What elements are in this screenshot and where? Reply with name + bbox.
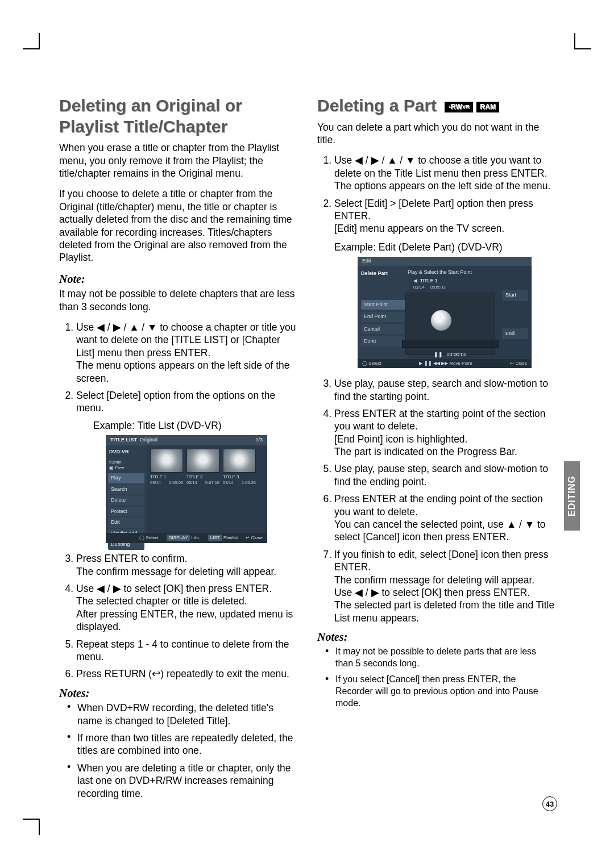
left-step-1a: Use ◀ / ▶ / ▲ / ▼ to choose a chapter or…: [76, 322, 296, 358]
right-step-7d: The selected part is deleted from the ti…: [334, 599, 555, 624]
badge-rwvr: -RWVR: [445, 102, 473, 112]
right-step-4b: [End Point] icon is highlighted.: [334, 433, 555, 445]
right-step-5: Use play, pause step, search and slow-mo…: [334, 462, 555, 488]
right-notes-heading: Notes:: [317, 630, 555, 645]
right-p1: You can delete a part which you do not w…: [317, 121, 555, 147]
left-p2: If you choose to delete a title or chapt…: [59, 187, 297, 264]
shot1-menu-play: Play: [108, 473, 144, 483]
screenshot-edit-delete-part: Edit Delete Part Start Point End Point C…: [358, 257, 532, 368]
note-text: It may not be possible to delete chapter…: [59, 287, 297, 313]
right-step-7b: The confirm message for deleting will ap…: [334, 574, 555, 586]
left-p1: When you erase a title or chapter from t…: [59, 141, 297, 180]
shot1-menu-edit: Edit: [108, 518, 144, 528]
shot1-thumb1-title: TITLE 1: [150, 474, 183, 480]
right-step-3: Use play, pause step, search and slow-mo…: [334, 377, 555, 403]
left-step-3b: The confirm message for deleting will ap…: [76, 565, 297, 578]
shot1-thumb2-date: 03/14: [186, 480, 197, 486]
shot2-clip-date: 03/14: [413, 285, 425, 290]
right-step-4: Press ENTER at the starting point of the…: [334, 407, 555, 458]
shot1-menu-protect: Protect: [108, 507, 144, 517]
left-step-5: Repeat steps 1 - 4 to continue to delete…: [76, 638, 297, 663]
left-step-1b: The menu options appears on the left sid…: [76, 359, 297, 385]
shot2-cancel: Cancel: [361, 324, 405, 335]
right-step-1b: The options appears on the left side of …: [334, 180, 555, 192]
left-step-2: Select [Delete] option from the options …: [76, 389, 297, 543]
shot2-progress-bar: [402, 340, 499, 348]
left-step-2-text: Select [Delete] option from the options …: [76, 390, 275, 414]
left-heading: Deleting an Original or Playlist Title/C…: [59, 95, 297, 137]
shot1-thumb2-title: TITLE 2: [186, 474, 219, 480]
shot2-start-btn: Start: [502, 290, 528, 301]
shot2-clip-title: TITLE 1: [420, 278, 438, 283]
shot1-bottom-playlist: Playlist: [223, 535, 238, 540]
right-steps: Use ◀ / ▶ / ▲ / ▼ to choose a title you …: [317, 154, 555, 624]
section-tab-label: EDITING: [567, 475, 577, 516]
shot2-clip-len: 0:05:03: [430, 285, 446, 290]
shot1-thumb-3: TITLE 3 03/141:00:26: [223, 449, 256, 529]
left-column: Deleting an Original or Playlist Title/C…: [59, 95, 297, 806]
right-note-1: It may not be possible to delete parts t…: [327, 646, 555, 670]
shot1-free: Free: [115, 465, 124, 470]
left-step-1: Use ◀ / ▶ / ▲ / ▼ to choose a chapter or…: [76, 321, 297, 385]
right-step-6: Press ENTER at the ending point of the s…: [334, 493, 555, 544]
shot1-thumb1-len: 0:05:03: [169, 480, 183, 486]
shot1-bottom-list-chip: LIST: [208, 535, 222, 541]
shot1-bottom-info: Info.: [191, 535, 200, 540]
shot1-bottom-display-chip: DISPLAY: [167, 535, 190, 541]
right-step-1: Use ◀ / ▶ / ▲ / ▼ to choose a title you …: [334, 154, 555, 192]
right-step-2b: [Edit] menu appears on the TV screen.: [334, 222, 555, 235]
shot1-thumb3-title: TITLE 3: [223, 474, 256, 480]
left-step-4a: Use ◀ / ▶ to select [OK] then press ENTE…: [76, 583, 272, 594]
shot1-thumb-1: TITLE 1 03/140:05:03: [150, 449, 183, 529]
page-number: 43: [542, 796, 557, 811]
shot2-title: Edit: [362, 258, 371, 265]
right-step-7: If you finish to edit, select [Done] ico…: [334, 548, 555, 624]
left-step-4c: After pressing ENTER, the new, updated m…: [76, 608, 297, 633]
right-note-2: If you select [Cancel] then press ENTER,…: [327, 674, 555, 709]
right-step-1a: Use ◀ / ▶ / ▲ / ▼ to choose a title you …: [334, 155, 547, 178]
note-heading: Note:: [59, 272, 297, 287]
shot1-thumb3-len: 1:00:26: [242, 480, 256, 486]
left-notes-list: When DVD+RW recording, the deleted title…: [59, 702, 297, 800]
shot1-pager: 1/3: [255, 437, 263, 444]
left-note-3: When you are deleting a title or chapter…: [69, 762, 297, 800]
shot2-preview-icon: [431, 310, 451, 331]
right-step-2: Select [Edit] > [Delete Part] option the…: [334, 197, 555, 369]
right-notes-list: It may not be possible to delete parts t…: [317, 646, 555, 710]
shot1-menu-search: Search: [108, 485, 144, 495]
left-note-1: When DVD+RW recording, the deleted title…: [69, 702, 297, 727]
right-step-7c: Use ◀ / ▶ to select [OK] then press ENTE…: [334, 586, 555, 599]
left-steps: Use ◀ / ▶ / ▲ / ▼ to choose a chapter or…: [59, 321, 297, 681]
right-step-4c: The part is indicated on the Progress Ba…: [334, 445, 555, 458]
right-step-4a: Press ENTER at the starting point of the…: [334, 408, 546, 432]
shot1-bottom-close: Close: [251, 535, 263, 540]
shot1-title: TITLE LIST: [110, 437, 137, 443]
shot1-thumb1-date: 03/14: [150, 480, 161, 486]
left-step-6: Press RETURN (↩) repeatedly to exit the …: [76, 667, 297, 680]
right-step-6b: You can cancel the selected point, use ▲…: [334, 518, 555, 544]
right-step-2a: Select [Edit] > [Delete Part] option the…: [334, 198, 533, 222]
shot2-bottom-close: Close: [516, 361, 527, 366]
page-content: Deleting an Original or Playlist Title/C…: [59, 95, 555, 806]
shot2-left-label: Delete Part: [361, 270, 405, 277]
shot1-disc: DVD-VR: [109, 449, 143, 456]
shot2-start-point: Start Point: [361, 300, 405, 310]
left-notes-heading: Notes:: [59, 686, 297, 701]
left-step-4: Use ◀ / ▶ to select [OK] then press ENTE…: [76, 582, 297, 633]
shot2-done: Done: [361, 336, 405, 347]
section-tab-editing: EDITING: [564, 461, 580, 531]
shot2-bottom-select: Select: [368, 361, 381, 366]
right-step-6a: Press ENTER at the ending point of the s…: [334, 493, 543, 517]
shot1-thumb3-date: 03/14: [223, 480, 234, 486]
right-heading-text: Deleting a Part: [317, 96, 437, 115]
left-step-3: Press ENTER to confirm. The confirm mess…: [76, 552, 297, 578]
shot1-bottom-select: Select: [146, 535, 159, 540]
shot2-end-btn: End: [502, 328, 528, 340]
badge-ram: RAM: [476, 102, 499, 112]
left-step-4b: The selected chapter or title is deleted…: [76, 595, 297, 607]
pause-icon: ❚❚: [434, 352, 443, 358]
example-2-label: Example: Edit (Delete Part) (DVD-VR): [334, 241, 555, 253]
shot1-time: 53min: [109, 460, 122, 465]
shot1-subtitle: Original: [140, 437, 157, 443]
left-note-2: If more than two titles are repeatedly d…: [69, 732, 297, 757]
